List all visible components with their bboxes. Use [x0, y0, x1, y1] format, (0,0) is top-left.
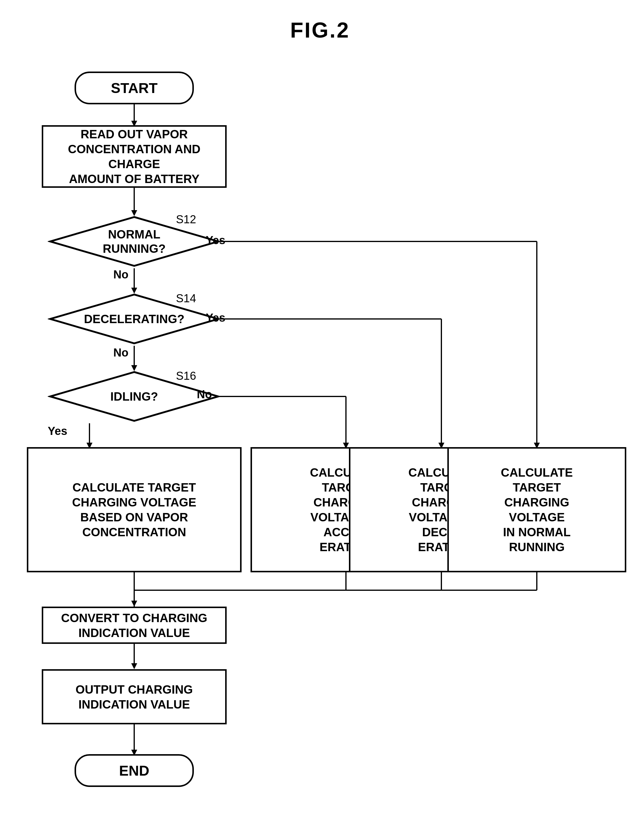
- s12-decision: NORMAL RUNNING?: [48, 215, 221, 268]
- start-terminal: START: [75, 72, 194, 104]
- end-terminal: END: [75, 754, 194, 787]
- svg-marker-11: [131, 600, 137, 607]
- s12-no-label: No: [113, 268, 128, 281]
- s14-decision: DECELERATING?: [48, 292, 221, 346]
- s19-process: CONVERT TO CHARGING INDICATION VALUE: [42, 607, 227, 644]
- s12-yes-label: Yes: [206, 234, 226, 247]
- s16-no-label: No: [197, 388, 212, 401]
- s16-decision: IDLING?: [48, 370, 221, 423]
- svg-marker-13: [131, 663, 137, 669]
- s11-process: READ OUT VAPOR CONCENTRATION AND CHARGE …: [42, 125, 227, 188]
- s16-yes-label: Yes: [48, 425, 67, 438]
- s13-process: CALCULATE TARGET CHARGING VOLTAGE IN NOR…: [447, 447, 626, 572]
- s14-yes-label: Yes: [206, 311, 226, 324]
- s14-no-label: No: [113, 347, 128, 359]
- page-title: FIG.2: [0, 0, 640, 42]
- s18-process: CALCULATE TARGET CHARGING VOLTAGE BASED …: [27, 447, 242, 572]
- s20-process: OUTPUT CHARGING INDICATION VALUE: [42, 669, 227, 724]
